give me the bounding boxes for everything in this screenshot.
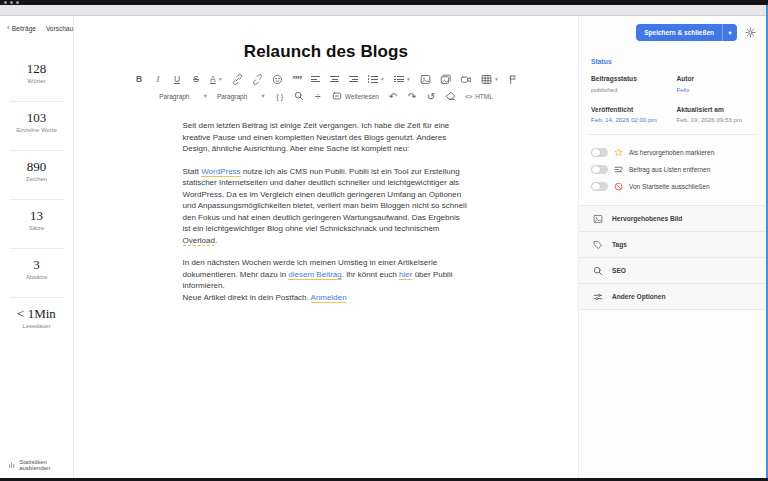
tag-icon xyxy=(593,240,603,250)
toggle-hide-from-lists[interactable]: Beitrag aus Listen entfernen xyxy=(591,161,756,178)
block-format-select-2[interactable]: Paragraph▼ xyxy=(217,93,266,100)
undo-button[interactable]: ↶ xyxy=(388,90,398,102)
gear-icon xyxy=(745,27,756,38)
window-titlebar xyxy=(0,5,768,16)
blockquote-button[interactable]: ”” xyxy=(292,73,302,85)
insert-gallery-button[interactable] xyxy=(440,73,451,85)
window-zoom-button[interactable] xyxy=(16,1,19,4)
emoticons-button[interactable] xyxy=(272,73,283,85)
insert-table-button[interactable]: ▼ xyxy=(481,73,499,85)
field-published-value[interactable]: Feb. 14, 2026 02:00 pm xyxy=(591,116,671,123)
stat-characters-label: Zeichen xyxy=(10,176,64,182)
text-color-button[interactable]: A▼ xyxy=(210,73,223,85)
toggle-featured[interactable]: Als hervorgehoben markieren xyxy=(591,144,756,161)
back-to-posts-button[interactable]: ‹ Beiträge xyxy=(7,25,36,32)
accordion-seo[interactable]: SEO xyxy=(579,258,768,284)
search-replace-button[interactable] xyxy=(294,90,304,102)
link-diesem-beitrag[interactable]: diesem Beitrag xyxy=(288,270,341,280)
history-button[interactable]: ↺ xyxy=(426,90,436,102)
accordion-other-options[interactable]: Andere Optionen xyxy=(579,284,768,310)
horizontal-rule-button[interactable]: ÷ xyxy=(313,90,323,102)
post-body-editor[interactable]: Seit dem letzten Beitrag ist einige Zeit… xyxy=(183,120,470,314)
accordion-tags[interactable]: Tags xyxy=(579,232,768,258)
accordion-featured-image-label: Hervorgehobenes Bild xyxy=(612,215,682,222)
paragraph-text: nutze ich als CMS nun Publii. Publii ist… xyxy=(183,167,467,234)
insert-link-button[interactable] xyxy=(232,73,243,85)
stat-words-value: 128 xyxy=(10,62,64,76)
hide-from-lists-switch[interactable] xyxy=(591,165,608,175)
strikethrough-button[interactable]: S xyxy=(191,73,201,85)
unlink-button[interactable] xyxy=(252,73,263,85)
align-left-icon xyxy=(311,76,320,82)
chevron-down-icon: ▼ xyxy=(218,76,223,82)
status-section-heading: Status xyxy=(591,58,756,65)
code-block-button[interactable]: { } xyxy=(275,90,285,102)
preview-button[interactable]: Vorschau xyxy=(46,25,73,32)
sidebar-divider xyxy=(589,134,758,135)
anchor-button[interactable] xyxy=(508,73,518,85)
stat-unique-words-value: 103 xyxy=(10,111,64,125)
block-format-select-1[interactable]: Paragraph▼ xyxy=(159,93,208,100)
save-and-close-label: Speichern & schließen xyxy=(636,24,722,41)
align-center-button[interactable] xyxy=(330,73,340,85)
window-close-button[interactable] xyxy=(4,1,7,4)
field-published: Veröffentlicht Feb. 14, 2026 02:00 pm xyxy=(591,106,671,124)
link-anmelden[interactable]: Anmelden xyxy=(311,293,347,303)
read-more-button[interactable]: Weiterlesen xyxy=(332,90,379,102)
html-source-button[interactable]: <>HTML xyxy=(465,90,493,102)
clear-formatting-button[interactable] xyxy=(445,90,456,102)
paragraph-text: . xyxy=(215,236,217,245)
insert-image-button[interactable] xyxy=(420,73,431,85)
search-icon xyxy=(593,266,603,276)
align-right-icon xyxy=(349,76,358,82)
body-paragraph-2: Statt WordPress nutze ich als CMS nun Pu… xyxy=(183,166,470,247)
paragraph-text: Seit dem letzten Beitrag ist einige Zeit… xyxy=(183,121,450,153)
numbered-list-button[interactable]: ▼ xyxy=(394,73,411,85)
underline-button[interactable]: U xyxy=(172,73,182,85)
align-right-button[interactable] xyxy=(349,73,359,85)
link-icon xyxy=(232,74,243,85)
accordion-other-options-label: Andere Optionen xyxy=(612,293,665,300)
accordion-featured-image[interactable]: Hervorgehobenes Bild xyxy=(579,206,768,232)
stat-unique-words: 103 Einzelne Worte xyxy=(0,93,73,142)
search-icon xyxy=(294,91,304,101)
align-left-button[interactable] xyxy=(311,73,321,85)
stat-sentences-label: Sätze xyxy=(10,225,64,231)
link-wordpress[interactable]: WordPress xyxy=(201,167,240,177)
body-paragraph-3: In den nächsten Wochen werde ich meinen … xyxy=(183,257,470,303)
unlink-icon xyxy=(252,74,263,85)
stat-words: 128 Wörter xyxy=(0,54,73,93)
exclude-homepage-switch[interactable] xyxy=(591,182,608,192)
underline-icon: U xyxy=(174,74,180,84)
bullet-list-button[interactable]: ▼ xyxy=(368,73,385,85)
anchor-icon xyxy=(508,74,518,85)
field-author: Autor Felix xyxy=(677,75,757,93)
hide-statistics-button[interactable]: Statistiken ausblenden xyxy=(8,459,73,471)
block-format-2-value: Paragraph xyxy=(217,93,247,100)
post-settings-sidebar: Speichern & schließen ▼ Status Beitragss… xyxy=(578,16,768,478)
save-and-close-button[interactable]: Speichern & schließen ▼ xyxy=(636,24,737,41)
window-minimize-button[interactable] xyxy=(10,1,13,4)
save-options-dropdown[interactable]: ▼ xyxy=(722,24,737,41)
italic-button[interactable]: I xyxy=(153,73,163,85)
link-hier[interactable]: hier xyxy=(399,270,412,280)
chevron-down-icon: ▼ xyxy=(494,76,499,82)
featured-switch[interactable] xyxy=(591,148,608,158)
insert-video-button[interactable] xyxy=(460,73,472,85)
field-author-value[interactable]: Felix xyxy=(677,86,757,93)
post-actions: Speichern & schließen ▼ xyxy=(591,24,756,41)
post-title-input[interactable]: Relaunch des Blogs xyxy=(244,42,408,62)
html-source-label: HTML xyxy=(475,93,493,100)
block-format-1-value: Paragraph xyxy=(159,93,189,100)
eraser-icon xyxy=(445,91,456,101)
stat-reading-time-label: Lesedauer xyxy=(10,323,64,329)
bold-button[interactable]: B xyxy=(134,73,144,85)
redo-button[interactable]: ↷ xyxy=(407,90,417,102)
table-icon xyxy=(481,74,492,85)
sliders-icon xyxy=(593,292,603,302)
text-color-icon: A xyxy=(210,74,216,84)
settings-gear-button[interactable] xyxy=(745,27,756,38)
field-updated-value: Feb. 19, 2026 09:53 pm xyxy=(677,116,757,123)
toggle-exclude-homepage[interactable]: Von Startseite ausschließen xyxy=(591,178,756,195)
stat-characters: 890 Zeichen xyxy=(0,142,73,191)
